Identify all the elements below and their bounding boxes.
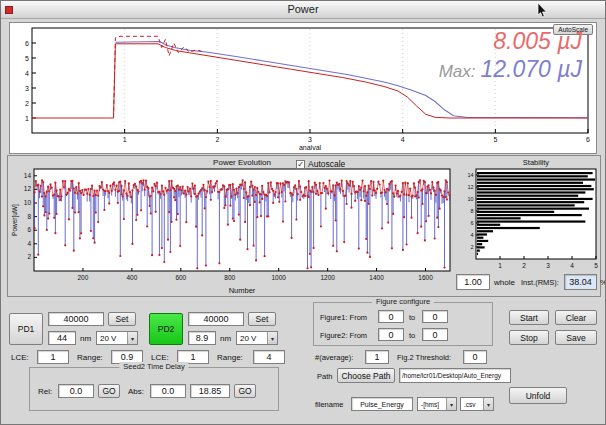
- checkbox-check-icon: ✓: [296, 160, 305, 169]
- pd2-button[interactable]: PD2: [149, 313, 183, 345]
- svg-text:3: 3: [308, 136, 312, 143]
- inst-rms-field[interactable]: 38.04: [564, 274, 597, 290]
- chevron-down-icon: ▾: [483, 398, 493, 410]
- choose-path-button[interactable]: Choose Path: [337, 368, 395, 383]
- whole-stability-field[interactable]: 1.00: [456, 274, 490, 290]
- pd1-voltage-value: 20 V: [100, 334, 116, 343]
- path-label: Path: [317, 372, 332, 381]
- timestamp-format-select[interactable]: -[hms] ▾: [417, 397, 457, 411]
- svg-text:1200: 1200: [320, 274, 335, 281]
- svg-text:4: 4: [27, 240, 31, 247]
- figure2-to-field[interactable]: 0: [422, 328, 448, 341]
- abs-field[interactable]: 0.0: [150, 384, 186, 398]
- pd1-voltage-select[interactable]: 20 V ▾: [96, 331, 138, 345]
- pd2-wavelength-field[interactable]: 8.9: [188, 331, 216, 345]
- svg-text:2: 2: [27, 253, 31, 260]
- svg-text:800: 800: [224, 274, 235, 281]
- seed2-group-title: Seed2 Time Delay: [119, 362, 188, 371]
- percent-label: %: [600, 278, 606, 287]
- svg-text:2: 2: [470, 244, 473, 250]
- figure2-from-label: Figure2: From: [320, 331, 367, 340]
- svg-text:200: 200: [78, 274, 89, 281]
- figure2-from-field[interactable]: 0: [378, 328, 404, 341]
- pd2-voltage-select[interactable]: 20 V ▾: [236, 331, 278, 345]
- power-evolution-plot-svg[interactable]: Power Evolution2004006008001000120014001…: [10, 157, 456, 297]
- start-button[interactable]: Start: [509, 310, 549, 325]
- pd2-voltage-value: 20 V: [240, 334, 256, 343]
- top-plot-panel: 123456123456analval AutoScale 8.005 µJ M…: [9, 22, 597, 154]
- figure-configure-title: Figure configure: [372, 297, 434, 306]
- svg-text:1600: 1600: [418, 274, 433, 281]
- figure1-to-label: to: [409, 313, 415, 322]
- svg-text:6: 6: [470, 220, 473, 226]
- stability-plot-svg[interactable]: Stability123452468101214: [460, 157, 602, 275]
- lce2-label: LCE:: [151, 353, 169, 362]
- max-energy-value: 12.070: [480, 56, 550, 82]
- svg-text:1: 1: [123, 136, 127, 143]
- filename-field[interactable]: Pulse_Energy: [351, 397, 413, 411]
- pd1-gain-field[interactable]: 40000: [48, 312, 104, 326]
- seed2-time-delay-group: Seed2 Time Delay Rel: 0.0 GO Abs: 0.0 18…: [29, 367, 279, 411]
- pd2-nm-label: nm: [220, 334, 231, 343]
- whole-label: whole: [494, 278, 515, 287]
- fig2-threshold-field[interactable]: 0: [463, 350, 487, 364]
- title-bar[interactable]: Power: [1, 1, 605, 19]
- middle-plots-panel: Power Evolution2004006008001000120014001…: [7, 155, 601, 297]
- pd2-gain-field[interactable]: 40000: [188, 312, 244, 326]
- svg-text:8: 8: [27, 213, 31, 220]
- svg-text:4: 4: [570, 262, 574, 269]
- figure1-from-label: Figure1: From: [320, 313, 367, 322]
- svg-text:6: 6: [27, 226, 31, 233]
- pd1-wavelength-field[interactable]: 44: [48, 331, 76, 345]
- stop-button[interactable]: Stop: [509, 330, 549, 345]
- svg-text:12: 12: [467, 184, 473, 190]
- clear-button[interactable]: Clear: [555, 310, 597, 325]
- svg-text:12: 12: [24, 185, 32, 192]
- average-field[interactable]: 1: [365, 350, 389, 364]
- figure1-to-field[interactable]: 0: [422, 310, 448, 323]
- figure2-to-label: to: [409, 331, 415, 340]
- timestamp-format-value: -[hms]: [421, 401, 439, 408]
- svg-text:1400: 1400: [369, 274, 384, 281]
- svg-text:2: 2: [522, 262, 526, 269]
- abs-go-button[interactable]: GO: [234, 384, 256, 398]
- save-button[interactable]: Save: [555, 330, 597, 345]
- mouse-cursor-icon: [537, 3, 548, 18]
- range2-field[interactable]: 4: [253, 350, 285, 364]
- svg-text:4: 4: [25, 70, 29, 77]
- range2-label: Range:: [217, 353, 243, 362]
- rel-go-button[interactable]: GO: [98, 384, 120, 398]
- svg-text:Power[uW]: Power[uW]: [11, 204, 19, 236]
- svg-text:600: 600: [175, 274, 186, 281]
- range1-label: Range:: [77, 353, 103, 362]
- abs-position-field[interactable]: 18.85: [190, 384, 230, 398]
- pd2-set-button[interactable]: Set: [248, 312, 276, 326]
- lce1-label: LCE:: [11, 353, 29, 362]
- svg-text:2: 2: [25, 100, 29, 107]
- autoscale-checkbox[interactable]: ✓ Autoscale: [296, 159, 345, 169]
- svg-text:Power Evolution: Power Evolution: [213, 158, 271, 167]
- svg-text:4: 4: [470, 232, 473, 238]
- rel-field[interactable]: 0.0: [58, 384, 94, 398]
- lce1-field[interactable]: 1: [37, 350, 69, 364]
- svg-text:400: 400: [126, 274, 137, 281]
- svg-text:5: 5: [25, 55, 29, 62]
- svg-text:2: 2: [215, 136, 219, 143]
- path-field[interactable]: /home/lcr01/Desktop/Auto_Energy: [399, 368, 511, 383]
- autoscale-checkbox-label: Autoscale: [308, 159, 345, 169]
- pd1-button[interactable]: PD1: [9, 313, 43, 345]
- window-title: Power: [287, 3, 318, 15]
- svg-text:1000: 1000: [271, 274, 286, 281]
- pd1-set-button[interactable]: Set: [108, 312, 136, 326]
- abs-label: Abs:: [128, 387, 144, 396]
- svg-text:6: 6: [586, 136, 590, 143]
- figure1-from-field[interactable]: 0: [378, 310, 404, 323]
- unfold-button[interactable]: Unfold: [509, 387, 567, 404]
- svg-text:analval: analval: [299, 144, 322, 151]
- svg-text:1: 1: [498, 262, 502, 269]
- svg-text:3: 3: [25, 85, 29, 92]
- svg-text:5: 5: [493, 136, 497, 143]
- file-extension-select[interactable]: .csv ▾: [460, 397, 494, 411]
- inst-rms-label: Inst.(RMS):: [521, 278, 559, 287]
- chevron-down-icon: ▾: [267, 332, 277, 344]
